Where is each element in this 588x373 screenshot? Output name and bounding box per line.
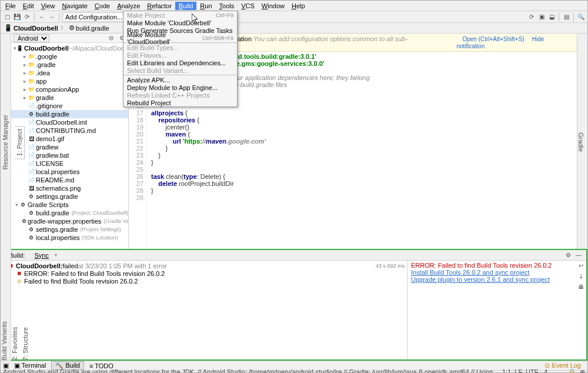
menu-item: Make ProjectCtrl+F9 [123, 11, 237, 19]
left-tool-strip: Resource Manager 1: Project [1, 34, 11, 249]
caret-position: 1:1 [502, 368, 511, 374]
print-icon[interactable]: 🖶 [577, 283, 585, 291]
menu-window[interactable]: Window [258, 2, 288, 10]
lock-icon[interactable]: 🔒 [568, 368, 576, 374]
status-message: Android Studio and Gradle are using diff… [3, 368, 502, 374]
tree-node[interactable]: 📄local.properties [11, 168, 128, 176]
menu-view[interactable]: View [38, 2, 59, 10]
menu-file[interactable]: File [2, 2, 19, 10]
menu-code[interactable]: Code [91, 2, 113, 10]
project-header: Android ⊖ ⚙ [11, 34, 128, 43]
favorites-tab[interactable]: 2: Favorites [11, 251, 18, 361]
search-icon[interactable]: 🔍 [577, 13, 585, 21]
menu-item[interactable]: Analyze APK... [123, 76, 237, 84]
menu-item[interactable]: Make Module 'CloudDoorbell'Ctrl+Shift+F9 [123, 34, 237, 42]
menu-edit[interactable]: Edit [19, 2, 38, 10]
sdk-icon[interactable]: ⬓ [547, 13, 556, 21]
hide-icon[interactable]: — [574, 251, 583, 259]
indent[interactable]: 4 spaces [544, 368, 564, 374]
tree-node[interactable]: 📄gradlew [11, 143, 128, 151]
build-tool-window: Build: Sync▾ ⚙ — ▾✖CloudDoorbell: failed… [1, 249, 587, 361]
menu-run[interactable]: Run [196, 2, 215, 10]
navigation-bar: 📱 CloudDoorbell〉 ⚙ build.gradle [1, 23, 587, 34]
menu-help[interactable]: Help [288, 2, 309, 10]
breadcrumb-file[interactable]: ⚙ build.gradle [69, 24, 109, 32]
menu-item[interactable]: Deploy Module to App Engine... [123, 84, 237, 91]
tree-node[interactable]: ▸📁app [11, 77, 128, 85]
tree-node[interactable]: 📄CloudDoorbell.iml [11, 118, 128, 126]
menu-refactor[interactable]: Refactor [143, 2, 175, 10]
tree-node[interactable]: 📄CONTRIBUTING.md [11, 126, 128, 135]
forward-icon[interactable]: → [48, 13, 56, 21]
encoding[interactable]: UTF-8 [526, 368, 540, 374]
structure-tab[interactable]: 7: Structure [22, 251, 29, 361]
tree-node[interactable]: 🖼schematics.png [11, 184, 128, 192]
soft-wrap-icon[interactable]: ↩ [577, 262, 585, 270]
breadcrumb-project[interactable]: 📱 CloudDoorbell [4, 24, 58, 32]
upgrade-plugin-link[interactable]: Upgrade plugin to version 2.6.1 and sync… [411, 276, 583, 283]
project-tool-window: Android ⊖ ⚙ ▾📱CloudDoorbell ~/Alpaca/Clo… [11, 34, 129, 249]
back-icon[interactable]: ← [38, 13, 46, 21]
tree-node[interactable]: ⚙build.gradle(Project: CloudDoorbell) [11, 209, 128, 217]
open-project-structure-link[interactable]: Open (Ctrl+Alt+Shift+S) [462, 36, 524, 42]
tree-node[interactable]: ⚙local.properties(SDK Location) [11, 234, 128, 242]
sync-icon[interactable]: ⟳ [527, 13, 536, 21]
tree-node[interactable]: ▸📁companionApp [11, 85, 128, 94]
build-tree[interactable]: ▾✖CloudDoorbell: failed at 3/23/20 1:05 … [2, 261, 407, 359]
menu-navigate[interactable]: Navigate [58, 2, 91, 10]
avd-icon[interactable]: ▣ [537, 13, 546, 21]
build-menu-dropdown: Make ProjectCtrl+F9Make Module 'CloudDoo… [123, 11, 238, 107]
open-icon[interactable]: ▢ [3, 13, 11, 21]
tree-node[interactable]: ⚙build.gradle [11, 110, 128, 118]
tree-node[interactable]: ⚙gradle-wrapper.properties(Gradle Versio… [11, 217, 128, 225]
line-ending[interactable]: LF [514, 368, 522, 374]
install-build-tools-link[interactable]: Install Build Tools 26.0.2 and sync proj… [411, 269, 583, 276]
build-output[interactable]: ERROR: Failed to find Build Tools revisi… [407, 261, 586, 359]
tree-node[interactable]: 📄gradlew.bat [11, 151, 128, 159]
refresh-icon[interactable]: ⟳ [23, 13, 31, 21]
menu-item: Refresh Linked C++ Projects [123, 91, 237, 99]
menu-item[interactable]: Make Module 'CloudDoorbell' [123, 19, 237, 26]
gradle-tab[interactable]: Gradle [577, 132, 584, 152]
project-tree[interactable]: ▾📱CloudDoorbell ~/Alpaca/CloudDoorbell▸📁… [11, 43, 128, 243]
add-configuration-dropdown[interactable]: Add Configuration...▾ [62, 12, 131, 22]
tree-node[interactable]: 📄README.md [11, 176, 128, 184]
project-view-selector[interactable]: Android [14, 34, 49, 42]
gear-icon[interactable]: ⚙ [564, 251, 572, 259]
tree-node[interactable]: ▸📁gradle [11, 94, 128, 102]
tree-node[interactable]: ⚙settings.gradle [11, 192, 128, 201]
project-tab[interactable]: 1: Project [15, 126, 25, 159]
menu-item[interactable]: Rebuild Project [123, 99, 237, 106]
menubar: FileEditViewNavigateCodeAnalyzeRefactorB… [1, 1, 587, 11]
menu-tools[interactable]: Tools [216, 2, 238, 10]
right-tool-strip: Gradle [577, 34, 587, 249]
tree-node[interactable]: 🖼demo1.gif [11, 135, 128, 143]
menu-analyze[interactable]: Analyze [113, 2, 143, 10]
menu-item[interactable]: Edit Libraries and Dependencies... [123, 59, 237, 66]
tree-node[interactable]: 📄.gitignore [11, 102, 128, 110]
status-bar: Android Studio and Gradle are using diff… [1, 370, 587, 373]
tree-node[interactable]: ▸📁.idea [11, 69, 128, 77]
tree-node[interactable]: ⚙settings.gradle(Project Settings) [11, 225, 128, 234]
collapse-icon[interactable]: ⊖ [107, 34, 115, 42]
structure-icon[interactable]: ▤ [562, 13, 570, 21]
menu-item: Edit Flavors... [123, 51, 237, 59]
menu-item: Select Build Variant... [123, 66, 237, 74]
tree-node[interactable]: 📄LICENSE [11, 159, 128, 168]
menu-build[interactable]: Build [175, 2, 196, 10]
save-icon[interactable]: 💾 [13, 13, 21, 21]
memory-icon[interactable]: ⊕ [580, 368, 585, 374]
tree-node[interactable]: ▸📁.gradle [11, 61, 128, 69]
menu-vcs[interactable]: VCS [238, 2, 258, 10]
tree-node[interactable]: ▸📁.google [11, 52, 128, 61]
scroll-end-icon[interactable]: ⤓ [577, 272, 585, 281]
sync-tab[interactable]: Sync [31, 251, 52, 259]
build-variants-tab[interactable]: Build Variants [1, 251, 8, 361]
left-tool-strip-lower: Build Variants 2: Favorites 7: Structure [1, 249, 11, 361]
resource-manager-tab[interactable]: Resource Manager [1, 112, 10, 172]
toolbar: ▢ 💾 ⟳ ← → Add Configuration...▾ ▶ 🐞 ⟳ ▣ … [1, 11, 587, 23]
